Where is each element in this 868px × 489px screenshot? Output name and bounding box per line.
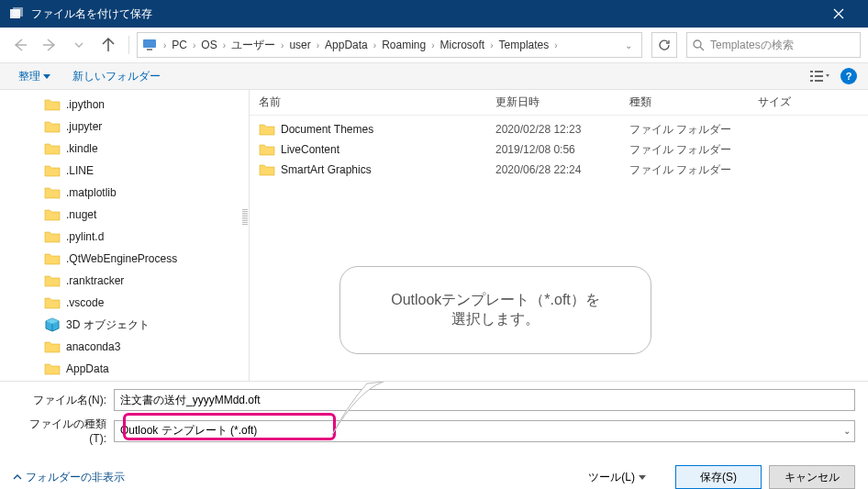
caret-down-icon bbox=[639, 475, 646, 480]
chevron-down-icon[interactable]: ⌄ bbox=[619, 40, 638, 50]
up-button[interactable] bbox=[95, 32, 121, 58]
svg-point-6 bbox=[694, 40, 701, 48]
filetype-combo[interactable]: Outlook テンプレート (*.oft) ⌄ bbox=[114, 420, 855, 442]
tree-item[interactable]: .nuget bbox=[0, 204, 249, 226]
crumb-1[interactable]: OS bbox=[197, 39, 220, 51]
crumb-4[interactable]: AppData bbox=[321, 39, 372, 51]
tree-item[interactable]: .QtWebEngineProcess bbox=[0, 248, 249, 270]
crumb-3[interactable]: user bbox=[285, 39, 314, 51]
tree-item-label: .vscode bbox=[66, 296, 104, 309]
svg-rect-13 bbox=[815, 80, 823, 82]
svg-rect-5 bbox=[147, 49, 152, 50]
save-fields: ファイル名(N): ファイルの種類(T): Outlook テンプレート (*.… bbox=[0, 381, 868, 445]
folder-icon bbox=[259, 123, 275, 136]
tree-item[interactable]: .vscode bbox=[0, 292, 249, 314]
tree-item-label: .ipython bbox=[66, 98, 105, 111]
folder-icon bbox=[44, 120, 61, 133]
folder-icon bbox=[44, 362, 61, 375]
caret-down-icon bbox=[43, 74, 50, 79]
close-icon bbox=[833, 8, 844, 19]
tools-menu[interactable]: ツール(L) bbox=[579, 468, 655, 487]
tree-item[interactable]: .ranktracker bbox=[0, 270, 249, 292]
file-name: Document Themes bbox=[281, 123, 373, 136]
filename-input[interactable] bbox=[114, 389, 855, 411]
refresh-button[interactable] bbox=[651, 32, 677, 58]
filetype-row: ファイルの種類(T): Outlook テンプレート (*.oft) ⌄ bbox=[13, 417, 855, 445]
nav-bar: › PC› OS› ユーザー› user› AppData› Roaming› … bbox=[0, 28, 868, 62]
col-name[interactable]: 名前 bbox=[250, 94, 486, 110]
folder-icon bbox=[44, 208, 61, 221]
window-title: ファイル名を付けて保存 bbox=[31, 6, 818, 22]
view-options-button[interactable] bbox=[807, 65, 833, 87]
button-row: フォルダーの非表示 ツール(L) 保存(S) キャンセル bbox=[0, 450, 868, 489]
tree-item-label: .ranktracker bbox=[66, 274, 124, 287]
search-box[interactable]: Templatesの検索 bbox=[686, 32, 861, 58]
close-button[interactable] bbox=[818, 0, 859, 28]
file-type: ファイル フォルダー bbox=[620, 162, 749, 178]
recent-button[interactable] bbox=[66, 32, 92, 58]
crumb-2[interactable]: ユーザー bbox=[228, 38, 279, 53]
file-row[interactable]: Document Themes2020/02/28 12:23ファイル フォルダ… bbox=[250, 119, 868, 139]
crumb-5[interactable]: Roaming bbox=[378, 39, 429, 51]
hide-folders-link[interactable]: フォルダーの非表示 bbox=[13, 470, 125, 485]
arrow-right-icon bbox=[41, 37, 58, 53]
folder-icon bbox=[44, 142, 61, 155]
callout-line1: Outlookテンプレート（*.oft）を bbox=[355, 291, 636, 310]
splitter-grip[interactable] bbox=[242, 209, 248, 235]
tree-item[interactable]: .jupyter bbox=[0, 116, 249, 138]
back-button[interactable] bbox=[7, 32, 33, 58]
callout-tail bbox=[330, 382, 385, 437]
folder-icon bbox=[44, 340, 61, 353]
tree-item[interactable]: .kindle bbox=[0, 138, 249, 160]
tree-item[interactable]: anaconda3 bbox=[0, 336, 249, 358]
folder-icon bbox=[44, 230, 61, 243]
tree-item[interactable]: 3D オブジェクト bbox=[0, 314, 249, 336]
svg-line-7 bbox=[700, 47, 704, 50]
svg-rect-4 bbox=[143, 39, 156, 48]
svg-rect-9 bbox=[810, 75, 813, 77]
tree-item-label: 3D オブジェクト bbox=[66, 317, 150, 333]
crumb-6[interactable]: Microsoft bbox=[437, 39, 489, 51]
filename-row: ファイル名(N): bbox=[13, 389, 855, 411]
folder-icon bbox=[44, 274, 61, 287]
col-type[interactable]: 種類 bbox=[620, 94, 749, 110]
svg-rect-12 bbox=[815, 75, 823, 77]
chevron-up-icon bbox=[13, 472, 22, 482]
tree-item[interactable]: .ipython bbox=[0, 94, 249, 116]
app-icon bbox=[9, 6, 24, 21]
tree-item-label: AppData bbox=[66, 362, 109, 375]
tree-item[interactable]: AppData bbox=[0, 358, 249, 380]
file-row[interactable]: LiveContent2019/12/08 0:56ファイル フォルダー bbox=[250, 139, 868, 160]
tree-item[interactable]: .LINE bbox=[0, 160, 249, 182]
cancel-button[interactable]: キャンセル bbox=[769, 465, 855, 489]
save-button[interactable]: 保存(S) bbox=[675, 465, 762, 489]
organize-menu[interactable]: 整理 bbox=[11, 66, 58, 87]
folder-tree[interactable]: .ipython.jupyter.kindle.LINE.matplotlib.… bbox=[0, 90, 250, 381]
new-folder-button[interactable]: 新しいフォルダー bbox=[65, 66, 168, 87]
filetype-value: Outlook テンプレート (*.oft) bbox=[120, 423, 257, 439]
tree-item[interactable]: .matplotlib bbox=[0, 182, 249, 204]
svg-rect-10 bbox=[810, 80, 813, 82]
3d-objects-icon bbox=[44, 317, 61, 332]
svg-rect-1 bbox=[13, 7, 23, 17]
tree-item-label: .QtWebEngineProcess bbox=[66, 252, 177, 265]
file-type: ファイル フォルダー bbox=[620, 142, 749, 158]
tree-item-label: .matplotlib bbox=[66, 186, 117, 199]
arrow-left-icon bbox=[12, 37, 28, 53]
tree-item[interactable]: .pylint.d bbox=[0, 226, 249, 248]
col-size[interactable]: サイズ bbox=[749, 94, 822, 110]
chevron-right-icon: › bbox=[161, 40, 168, 50]
refresh-icon bbox=[658, 39, 671, 51]
file-date: 2019/12/08 0:56 bbox=[486, 143, 620, 156]
crumb-0[interactable]: PC bbox=[168, 39, 191, 51]
folder-icon bbox=[44, 98, 61, 111]
col-date[interactable]: 更新日時 bbox=[486, 94, 620, 110]
chevron-down-icon: ⌄ bbox=[843, 426, 851, 436]
file-row[interactable]: SmartArt Graphics2020/06/28 22:24ファイル フォ… bbox=[250, 160, 868, 180]
breadcrumb-address[interactable]: › PC› OS› ユーザー› user› AppData› Roaming› … bbox=[137, 32, 642, 58]
forward-button[interactable] bbox=[37, 32, 62, 58]
column-headers: 名前 更新日時 種類 サイズ bbox=[250, 90, 868, 116]
annotation-callout: Outlookテンプレート（*.oft）を 選択します。 bbox=[339, 266, 651, 354]
help-button[interactable]: ? bbox=[840, 68, 857, 84]
crumb-7[interactable]: Templates bbox=[495, 39, 553, 51]
